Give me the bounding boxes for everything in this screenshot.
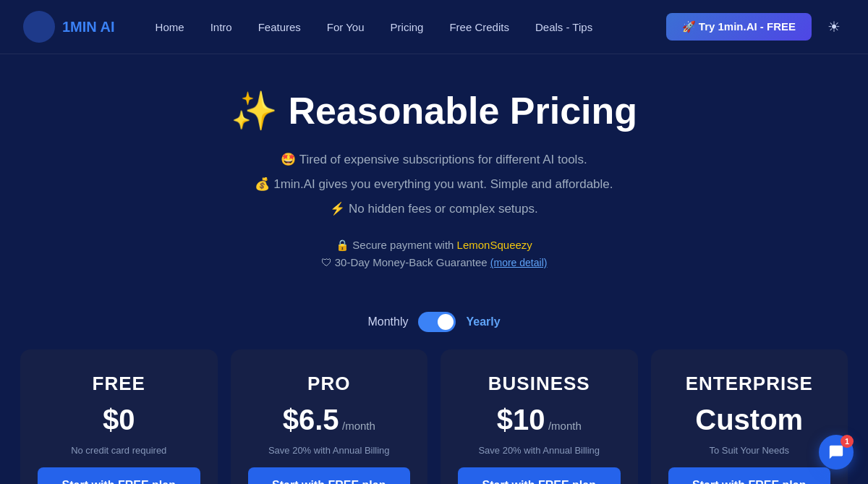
title-text: Reasonable Pricing (288, 90, 637, 132)
plan-enterprise-subtitle: To Suit Your Needs (668, 445, 831, 456)
theme-toggle-button[interactable]: ☀ (823, 14, 845, 40)
plan-free-price: $0 (103, 404, 135, 436)
plan-pro-cta-button[interactable]: Start with FREE plan (248, 467, 411, 484)
billing-toggle: Monthly Yearly (0, 312, 868, 332)
hero-line-1: 🤩 Tired of expensive subscriptions for d… (23, 148, 845, 172)
nav-intro[interactable]: Intro (199, 15, 244, 39)
nav-features[interactable]: Features (247, 15, 312, 39)
nav-pricing[interactable]: Pricing (379, 15, 435, 39)
plan-pro-price-block: $6.5 /month (248, 404, 411, 436)
nav-for-you[interactable]: For You (315, 15, 376, 39)
plan-enterprise-price: Custom (695, 404, 803, 436)
guarantee-trust: 🛡 30-Day Money-Back Guarantee (more deta… (321, 256, 548, 268)
plan-enterprise-cta-button[interactable]: Start with FREE plan (668, 467, 831, 484)
trust-section: 🔒 Secure payment with LemonSqueezy 🛡 30-… (23, 239, 845, 268)
hero-description: 🤩 Tired of expensive subscriptions for d… (23, 148, 845, 221)
nav-home[interactable]: Home (144, 15, 196, 39)
billing-toggle-track[interactable] (418, 312, 456, 332)
lemonsqueezy-link[interactable]: LemonSqueezy (457, 239, 532, 251)
plan-free-subtitle: No credit card required (38, 445, 200, 456)
chat-badge: 1 (841, 435, 854, 448)
plan-free-price-block: $0 (38, 404, 200, 436)
plan-business-per: /month (548, 420, 582, 432)
title-icon: ✨ (231, 90, 278, 132)
try-free-button[interactable]: 🚀 Try 1min.AI - FREE (666, 13, 812, 41)
brain-icon: 🧠 (23, 11, 55, 43)
hero-section: ✨ Reasonable Pricing 🤩 Tired of expensiv… (0, 54, 868, 292)
hero-line-3: ⚡ No hidden fees or complex setups. (23, 197, 845, 221)
hero-line-2: 💰 1min.AI gives you everything you want.… (23, 172, 845, 197)
monthly-label: Monthly (367, 315, 408, 328)
brand-logo-link[interactable]: 🧠 1MIN AI (23, 11, 115, 43)
yearly-label: Yearly (466, 315, 500, 328)
plan-business-subtitle: Save 20% with Annual Billing (458, 445, 621, 456)
plan-pro-per: /month (342, 420, 375, 432)
guarantee-label: 🛡 30-Day Money-Back Guarantee (321, 256, 490, 268)
nav-links: Home Intro Features For You Pricing Free… (144, 15, 660, 39)
plan-free-card: FREE $0 No credit card required Start wi… (20, 349, 218, 484)
guarantee-detail-link[interactable]: (more detail) (490, 257, 548, 268)
plan-business-price: $10 (497, 404, 545, 436)
navbar: 🧠 1MIN AI Home Intro Features For You Pr… (0, 0, 868, 54)
page-title: ✨ Reasonable Pricing (23, 89, 845, 133)
plan-free-tier: FREE (38, 373, 200, 395)
plan-free-cta-button[interactable]: Start with FREE plan (38, 467, 200, 484)
nav-free-credits[interactable]: Free Credits (438, 15, 521, 39)
plan-business-price-block: $10 /month (458, 404, 621, 436)
plan-pro-subtitle: Save 20% with Annual Billing (248, 445, 411, 456)
payment-label: 🔒 Secure payment with (336, 239, 456, 251)
plan-enterprise-tier: ENTERPRISE (668, 373, 831, 395)
pricing-cards: FREE $0 No credit card required Start wi… (0, 349, 868, 484)
brand-name: 1MIN AI (62, 19, 115, 35)
plan-pro-price: $6.5 (283, 404, 339, 436)
plan-business-tier: BUSINESS (458, 373, 621, 395)
chat-icon (828, 444, 844, 460)
plan-business-cta-button[interactable]: Start with FREE plan (458, 467, 621, 484)
plan-pro-tier: PRO (248, 373, 411, 395)
svg-point-0 (23, 11, 55, 43)
toggle-thumb (438, 314, 454, 330)
nav-deals-tips[interactable]: Deals - Tips (524, 15, 604, 39)
plan-pro-card: PRO $6.5 /month Save 20% with Annual Bil… (231, 349, 428, 484)
plan-enterprise-card: ENTERPRISE Custom To Suit Your Needs Sta… (651, 349, 848, 484)
plan-business-card: BUSINESS $10 /month Save 20% with Annual… (441, 349, 638, 484)
chat-bubble[interactable]: 1 (819, 435, 854, 470)
payment-trust: 🔒 Secure payment with LemonSqueezy (336, 239, 532, 252)
plan-enterprise-price-block: Custom (668, 404, 831, 436)
